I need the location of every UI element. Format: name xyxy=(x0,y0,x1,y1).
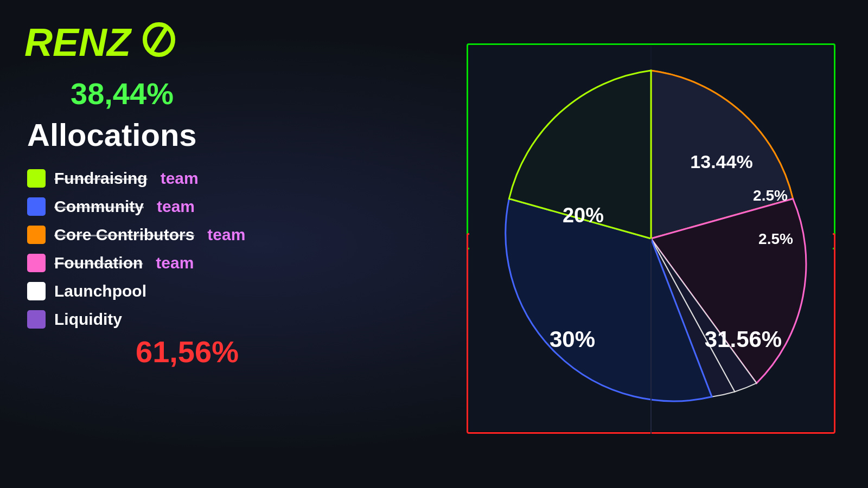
page-wrapper: RENZ 38,44% Allocations FundraisingteamC… xyxy=(0,0,868,488)
legend-item-fundraising: Fundraisingteam xyxy=(27,169,353,188)
chart-area: 20% 13.44% 2.5% 2.5% 30% 31.56% xyxy=(467,43,835,434)
pct-1344: 13.44% xyxy=(690,151,752,172)
legend: FundraisingteamCommunityteamCore Contrib… xyxy=(27,169,353,329)
legend-color-foundation xyxy=(27,254,46,272)
logo: RENZ xyxy=(24,19,176,65)
page-title: Allocations xyxy=(27,117,353,153)
legend-item-community: Communityteam xyxy=(27,197,353,216)
legend-label-core-contributors: Core Contributors xyxy=(54,226,194,244)
svg-line-2 xyxy=(151,28,167,52)
legend-team-core-contributors: team xyxy=(207,226,245,244)
legend-label-community: Community xyxy=(54,197,144,216)
legend-color-liquidity xyxy=(27,310,46,329)
pct-20: 20% xyxy=(563,204,604,227)
left-panel: 38,44% Allocations FundraisingteamCommun… xyxy=(27,76,353,369)
red-percentage: 61,56% xyxy=(136,334,353,369)
legend-item-foundation: Foundationteam xyxy=(27,254,353,272)
legend-color-fundraising xyxy=(27,169,46,188)
legend-team-community: team xyxy=(157,197,195,216)
legend-item-liquidity: Liquidity xyxy=(27,310,353,329)
legend-item-launchpool: Launchpool xyxy=(27,282,353,300)
legend-team-foundation: team xyxy=(156,254,194,272)
legend-label-liquidity: Liquidity xyxy=(54,310,122,329)
legend-color-community xyxy=(27,197,46,216)
pie-chart: 20% 13.44% 2.5% 2.5% 30% 31.56% xyxy=(467,43,835,434)
legend-color-core-contributors xyxy=(27,226,46,244)
legend-color-launchpool xyxy=(27,282,46,300)
pct-30: 30% xyxy=(550,326,595,352)
legend-team-fundraising: team xyxy=(161,169,199,188)
legend-item-core-contributors: Core Contributorsteam xyxy=(27,226,353,244)
pct-25b: 2.5% xyxy=(758,230,793,247)
green-percentage: 38,44% xyxy=(71,76,353,111)
pct-3156: 31.56% xyxy=(705,326,782,352)
legend-label-foundation: Foundation xyxy=(54,254,143,272)
pct-25a: 2.5% xyxy=(753,187,788,204)
legend-label-launchpool: Launchpool xyxy=(54,282,146,300)
legend-label-fundraising: Fundraising xyxy=(54,169,148,188)
svg-text:RENZ: RENZ xyxy=(24,21,132,62)
